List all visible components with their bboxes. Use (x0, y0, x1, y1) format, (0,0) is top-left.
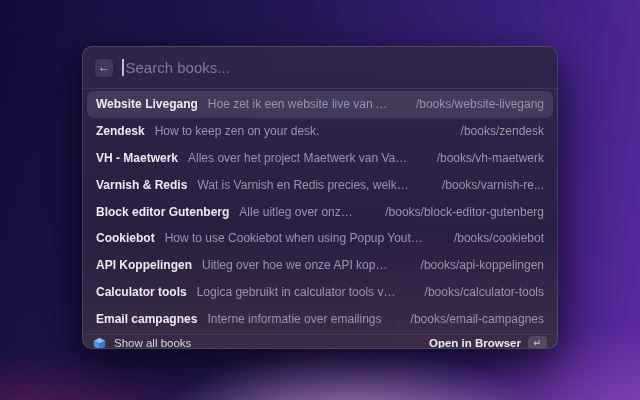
result-title: Cookiebot (96, 231, 155, 245)
result-title: Zendesk (96, 124, 145, 138)
result-row[interactable]: VH - MaetwerkAlles over het project Maet… (87, 145, 553, 172)
result-title: Block editor Gutenberg (96, 205, 229, 219)
result-row[interactable]: Calculator toolsLogica gebruikt in calcu… (87, 279, 553, 306)
result-row[interactable]: CookiebotHow to use Cookiebot when using… (87, 225, 553, 252)
desktop-wallpaper: { "search": { "placeholder": "Search boo… (0, 0, 640, 400)
result-description: Wat is Varnish en Redis precies, welke v… (197, 178, 414, 192)
result-description: How to use Cookiebot when using Popup Yo… (165, 231, 426, 245)
results-list: Website LivegangHoe zet ik een website l… (83, 89, 557, 334)
result-description: Interne informatie over emailings (207, 312, 381, 326)
result-description: Alles over het project Maetwerk van Van … (188, 151, 409, 165)
result-path: /books/email-campagnes (411, 312, 544, 326)
footer-show-all-books[interactable]: Show all books (93, 337, 191, 349)
result-title: Calculator tools (96, 285, 187, 299)
open-in-browser-label: Open in Browser (429, 337, 521, 349)
back-arrow-icon: ← (98, 60, 110, 74)
result-row[interactable]: ZendeskHow to keep zen on your desk./boo… (87, 118, 553, 145)
result-row[interactable]: Email campagnesInterne informatie over e… (87, 305, 553, 332)
result-description: Hoe zet ik een website live van A tot Z (208, 97, 388, 111)
result-title: API Koppelingen (96, 258, 192, 272)
result-row[interactable]: Varnish & RedisWat is Varnish en Redis p… (87, 171, 553, 198)
result-title: Website Livegang (96, 97, 198, 111)
search-palette-window: ← Website LivegangHoe zet ik een website… (82, 46, 558, 349)
result-description: How to keep zen on your desk. (155, 124, 320, 138)
result-path: /books/calculator-tools (425, 285, 544, 299)
footer-open-in-browser[interactable]: Open in Browser ↵ (429, 336, 547, 349)
result-path: /books/zendesk (461, 124, 544, 138)
result-row[interactable]: API KoppelingenUitleg over hoe we onze A… (87, 252, 553, 279)
result-row[interactable]: Block editor GutenbergAlle uitleg over o… (87, 198, 553, 225)
search-bar: ← (83, 47, 557, 89)
search-input-wrapper (122, 59, 545, 76)
result-path: /books/vh-maetwerk (437, 151, 544, 165)
result-path: /books/cookiebot (454, 231, 544, 245)
result-path: /books/website-livegang (416, 97, 544, 111)
result-path: /books/varnish-re... (442, 178, 544, 192)
show-all-books-label: Show all books (114, 337, 191, 349)
blue-cube-icon (93, 337, 106, 349)
text-caret (122, 59, 124, 76)
result-description: Logica gebruikt in calculator tools van … (197, 285, 397, 299)
result-path: /books/api-koppelingen (421, 258, 544, 272)
result-title: VH - Maetwerk (96, 151, 178, 165)
result-path: /books/block-editor-gutenberg (385, 205, 544, 219)
footer-bar: Show all books Open in Browser ↵ (83, 334, 557, 349)
result-row[interactable]: Website LivegangHoe zet ik een website l… (87, 91, 553, 118)
result-description: Uitleg over hoe we onze API koppelingen … (202, 258, 393, 272)
back-button[interactable]: ← (95, 59, 113, 77)
result-description: Alle uitleg over onze expliciet-gutenber… (239, 205, 357, 219)
enter-key-badge: ↵ (528, 336, 547, 349)
result-title: Email campagnes (96, 312, 197, 326)
result-title: Varnish & Redis (96, 178, 187, 192)
search-input[interactable] (126, 59, 546, 76)
